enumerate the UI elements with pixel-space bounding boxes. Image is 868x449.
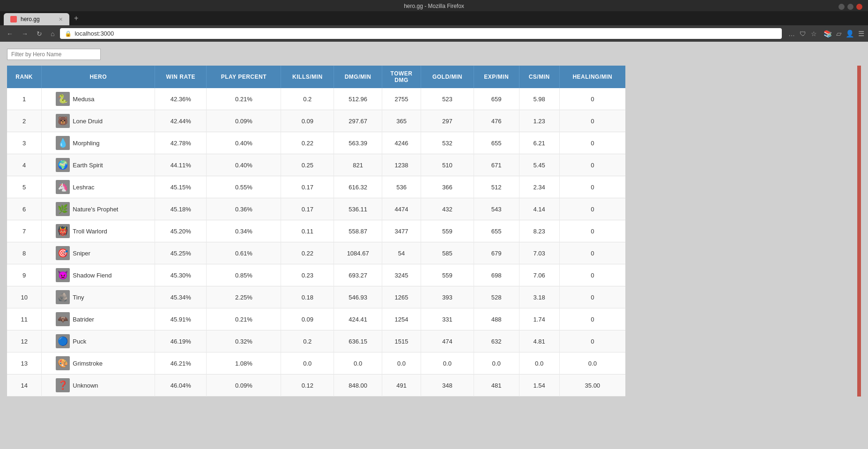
account-icon[interactable]: 👤 xyxy=(846,30,854,38)
shield-icon[interactable]: 🛡 xyxy=(800,30,806,37)
cell-win-rate: 45.18% xyxy=(155,198,207,220)
cell-kills-min: 0.17 xyxy=(281,176,334,198)
cell-dmg-min: 616.32 xyxy=(334,176,382,198)
cell-tower-dmg: 1515 xyxy=(382,330,421,352)
cell-rank: 8 xyxy=(7,242,42,264)
cell-rank: 3 xyxy=(7,132,42,154)
scroll-indicator xyxy=(857,66,861,397)
col-cs-min: CS/MIN xyxy=(519,66,559,88)
cell-gold-min: 0.0 xyxy=(421,352,474,374)
cell-kills-min: 0.25 xyxy=(281,154,334,176)
cell-play-percent: 2.25% xyxy=(207,286,281,308)
cell-gold-min: 559 xyxy=(421,220,474,242)
cell-exp-min: 476 xyxy=(474,110,519,132)
cell-exp-min: 655 xyxy=(474,132,519,154)
cell-play-percent: 0.61% xyxy=(207,242,281,264)
cell-dmg-min: 693.27 xyxy=(334,264,382,286)
cell-kills-min: 0.18 xyxy=(281,286,334,308)
cell-hero: 🪨Tiny xyxy=(42,286,155,308)
cell-hero: 💧Morphling xyxy=(42,132,155,154)
cell-exp-min: 632 xyxy=(474,330,519,352)
hero-icon: 🎯 xyxy=(56,246,70,260)
hero-icon: 🦇 xyxy=(56,312,70,326)
window-title: hero.gg - Mozilla Firefox xyxy=(404,3,464,9)
cell-cs-min: 0.0 xyxy=(519,352,559,374)
maximize-btn[interactable] xyxy=(847,4,853,10)
cell-hero: ❓Unknown xyxy=(42,374,155,397)
cell-rank: 2 xyxy=(7,110,42,132)
cell-rank: 5 xyxy=(7,176,42,198)
cell-healing-min: 0 xyxy=(559,308,625,330)
sidebar-icon[interactable]: ▱ xyxy=(836,30,842,38)
hero-icon: 💧 xyxy=(56,136,70,150)
cell-cs-min: 1.23 xyxy=(519,110,559,132)
cell-healing-min: 0 xyxy=(559,264,625,286)
library-icon[interactable]: 📚 xyxy=(823,30,832,38)
cell-play-percent: 0.21% xyxy=(207,308,281,330)
cell-rank: 7 xyxy=(7,220,42,242)
forward-btn[interactable]: → xyxy=(19,29,31,38)
address-bar[interactable]: 🔒 localhost:3000 xyxy=(60,28,782,39)
hero-icon: 🌍 xyxy=(56,158,70,172)
close-btn[interactable] xyxy=(856,4,862,10)
cell-play-percent: 0.55% xyxy=(207,176,281,198)
cell-healing-min: 0 xyxy=(559,154,625,176)
cell-kills-min: 0.23 xyxy=(281,264,334,286)
cell-win-rate: 46.19% xyxy=(155,330,207,352)
hero-name: Puck xyxy=(73,338,86,345)
cell-dmg-min: 0.0 xyxy=(334,352,382,374)
cell-gold-min: 366 xyxy=(421,176,474,198)
cell-play-percent: 1.08% xyxy=(207,352,281,374)
hero-name: Leshrac xyxy=(73,184,94,191)
minimize-btn[interactable] xyxy=(838,4,845,10)
back-btn[interactable]: ← xyxy=(4,29,16,38)
browser-chrome: hero.gg - Mozilla Firefox hero.gg ✕ + ← … xyxy=(0,0,868,42)
hero-name: Medusa xyxy=(73,96,94,103)
cell-kills-min: 0.11 xyxy=(281,220,334,242)
cell-cs-min: 8.23 xyxy=(519,220,559,242)
cell-healing-min: 35.00 xyxy=(559,374,625,397)
address-text: localhost:3000 xyxy=(74,30,777,37)
hero-icon: 🐍 xyxy=(56,92,70,106)
cell-dmg-min: 297.67 xyxy=(334,110,382,132)
cell-dmg-min: 424.41 xyxy=(334,308,382,330)
cell-win-rate: 42.44% xyxy=(155,110,207,132)
cell-win-rate: 45.25% xyxy=(155,242,207,264)
refresh-btn[interactable]: ↻ xyxy=(34,29,45,38)
star-icon[interactable]: ☆ xyxy=(811,30,817,37)
cell-win-rate: 45.34% xyxy=(155,286,207,308)
nav-icons: … 🛡 ☆ xyxy=(788,30,817,37)
cell-dmg-min: 1084.67 xyxy=(334,242,382,264)
cell-tower-dmg: 491 xyxy=(382,374,421,397)
cell-gold-min: 523 xyxy=(421,88,474,110)
cell-cs-min: 4.81 xyxy=(519,330,559,352)
new-tab-btn[interactable]: + xyxy=(69,11,83,25)
table-row: 4🌍Earth Spirit44.11%0.40%0.2582112385106… xyxy=(7,154,625,176)
hero-icon: 🌿 xyxy=(56,202,70,216)
title-bar: hero.gg - Mozilla Firefox xyxy=(0,0,868,11)
cell-tower-dmg: 0.0 xyxy=(382,352,421,374)
hero-icon: 🐻 xyxy=(56,114,70,128)
hero-name: Batrider xyxy=(73,316,94,323)
cell-win-rate: 46.21% xyxy=(155,352,207,374)
cell-dmg-min: 546.93 xyxy=(334,286,382,308)
cell-play-percent: 0.36% xyxy=(207,198,281,220)
cell-dmg-min: 848.00 xyxy=(334,374,382,397)
table-row: 14❓Unknown46.04%0.09%0.12848.00491348481… xyxy=(7,374,625,397)
active-tab[interactable]: hero.gg ✕ xyxy=(4,13,69,25)
cell-cs-min: 2.34 xyxy=(519,176,559,198)
cell-tower-dmg: 2755 xyxy=(382,88,421,110)
home-btn[interactable]: ⌂ xyxy=(48,29,57,38)
cell-rank: 13 xyxy=(7,352,42,374)
tab-close-btn[interactable]: ✕ xyxy=(59,16,63,22)
menu-icon[interactable]: ☰ xyxy=(858,30,864,38)
cell-exp-min: 481 xyxy=(474,374,519,397)
hero-filter-input[interactable] xyxy=(7,49,101,60)
hero-name: Shadow Fiend xyxy=(73,272,111,279)
cell-cs-min: 6.21 xyxy=(519,132,559,154)
hero-name: Sniper xyxy=(73,250,90,257)
more-options-icon[interactable]: … xyxy=(788,30,795,37)
cell-play-percent: 0.34% xyxy=(207,220,281,242)
cell-kills-min: 0.2 xyxy=(281,330,334,352)
cell-gold-min: 432 xyxy=(421,198,474,220)
